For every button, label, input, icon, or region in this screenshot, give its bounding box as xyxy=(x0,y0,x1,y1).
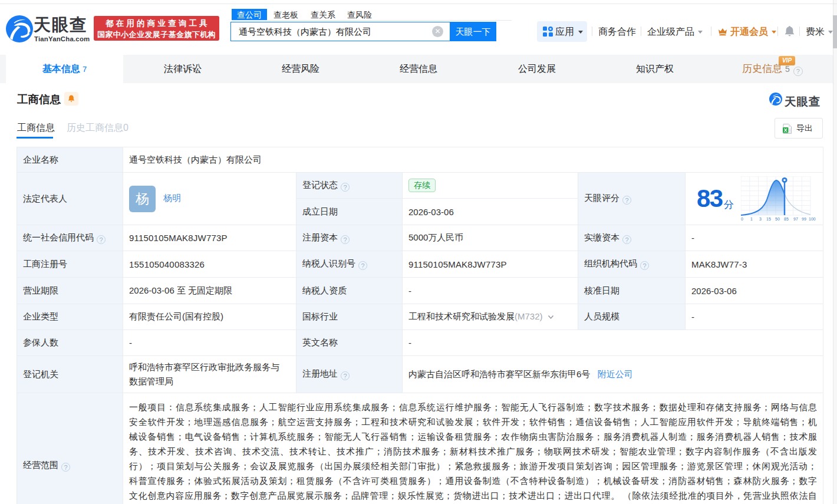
svg-text:97: 97 xyxy=(793,217,798,221)
svg-text:15: 15 xyxy=(766,217,771,221)
svg-text:50: 50 xyxy=(775,217,780,221)
svg-text:85: 85 xyxy=(784,217,789,221)
svg-text:0: 0 xyxy=(741,217,743,221)
svg-text:100: 100 xyxy=(809,217,816,221)
svg-text:99: 99 xyxy=(802,217,806,221)
svg-text:1: 1 xyxy=(750,217,753,221)
svg-text:3: 3 xyxy=(759,217,762,221)
